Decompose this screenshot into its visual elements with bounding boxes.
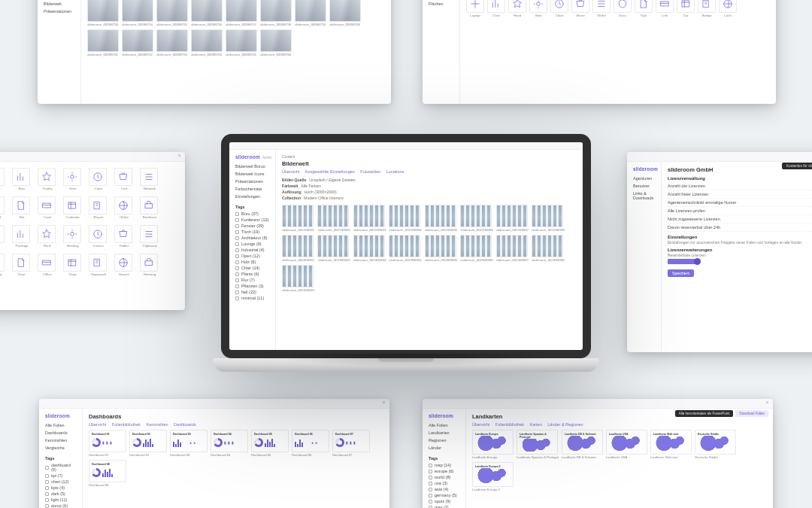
icon-tile[interactable]: File (12, 196, 32, 219)
icon-tile[interactable]: Drop (63, 254, 83, 276)
icon-tile[interactable]: Settings (0, 254, 6, 276)
sidebar-item[interactable]: Länder (429, 444, 459, 452)
checkbox-icon[interactable] (235, 230, 239, 234)
checkbox-icon[interactable] (45, 474, 49, 478)
icon-tile[interactable]: Task (635, 0, 653, 17)
folder-icon[interactable] (114, 225, 132, 243)
shield-icon[interactable] (0, 196, 5, 214)
filter-row[interactable]: Bilder-QuelleUnsplash / Eigene Dateien (282, 177, 577, 183)
tag-filter[interactable]: usa (3) (429, 480, 459, 486)
slide-tile[interactable]: Dashboard 05Dashboard 05 (251, 430, 289, 457)
tag-filter[interactable]: Flur (7) (235, 277, 269, 283)
checkbox-icon[interactable] (429, 482, 432, 485)
map-slide-tile[interactable]: Landkarte Welt weitLandkarte Welt weit (650, 430, 692, 459)
filter-row[interactable]: FarbweltAlle Farben (282, 183, 577, 189)
sidebar-item[interactable]: Alle Folien (429, 421, 459, 429)
icon-tile[interactable]: Briefcase (140, 196, 159, 219)
tag-filter[interactable]: Büro (37) (235, 211, 269, 217)
invoice-icon[interactable] (89, 225, 107, 243)
slide-tile[interactable]: Dashboard 01▮▮▮Dashboard 01 (89, 430, 126, 457)
checkbox-icon[interactable] (45, 480, 49, 484)
checkbox-icon[interactable] (235, 291, 239, 294)
icon-tile[interactable]: Clipboard (140, 225, 159, 248)
tag-filter[interactable]: light (11) (45, 497, 76, 503)
package-icon[interactable] (12, 225, 30, 243)
map-slide-tile[interactable]: Landkarte Spanien & PortugalLandkarte Sp… (517, 430, 559, 459)
checkbox-icon[interactable] (235, 272, 239, 276)
clipboard-icon[interactable] (140, 225, 158, 243)
thumbnail[interactable]: slideroom_002200004 (389, 205, 421, 232)
thumbnail[interactable]: slideroom_002300005 (425, 235, 457, 262)
thumbnail[interactable]: slideroom_002300004 (389, 235, 421, 262)
thumbnail-image[interactable] (282, 205, 314, 227)
thumbnail[interactable]: slideroom_00098761 (87, 29, 119, 56)
thumbnail[interactable]: slideroom_002200005 (425, 205, 457, 232)
checkbox-icon[interactable] (235, 266, 239, 270)
icon-tile[interactable]: Gear (63, 168, 83, 190)
checkbox-icon[interactable] (235, 254, 239, 258)
badge-icon[interactable] (698, 0, 716, 13)
thumbnail-image[interactable] (317, 205, 349, 227)
icon-tile[interactable]: Badge (698, 0, 716, 17)
link-icon[interactable] (656, 0, 674, 13)
door-icon[interactable] (12, 254, 30, 272)
thumbnail-image[interactable] (317, 235, 349, 257)
icon-tile[interactable]: Bars (12, 168, 32, 190)
thumbnail[interactable]: slideroom_002200008 (532, 205, 564, 232)
tag-filter[interactable]: Industrial (4) (235, 247, 269, 253)
save-button[interactable]: Speichern (668, 269, 694, 277)
thumbnail[interactable]: slideroom_00098764 (191, 29, 223, 56)
tag-filter[interactable]: Tisch (19) (235, 229, 269, 235)
tag-filter[interactable]: kpi (7) (45, 473, 76, 479)
chart-icon[interactable] (550, 0, 568, 13)
map-slide-tile[interactable]: Landkarte DE & SchweizLandkarte DE & Sch… (562, 430, 603, 459)
icon-tile[interactable]: Tag (0, 225, 6, 248)
icon-tile[interactable]: Bank (38, 225, 57, 248)
breadcrumb-item[interactable]: Übersicht (472, 422, 489, 427)
thumbnail-image[interactable] (122, 29, 153, 52)
tag-filter[interactable]: dots (7) (429, 504, 459, 508)
laptop-icon[interactable] (466, 0, 484, 13)
thumbnail-image[interactable] (191, 0, 223, 22)
thumbnail-image[interactable] (496, 205, 528, 227)
checkbox-icon[interactable] (235, 242, 239, 246)
sidebar-item[interactable]: Präsentationen (235, 178, 269, 185)
globe-icon[interactable] (114, 196, 132, 214)
gear-icon[interactable] (63, 168, 81, 186)
tag-filter[interactable]: Konferenz (12) (235, 217, 269, 223)
map-slide-tile[interactable]: Landkarte EuropaLandkarte Europa (472, 430, 514, 459)
slider-knob[interactable] (694, 258, 701, 265)
globe-icon[interactable] (592, 0, 611, 13)
slide-tile[interactable]: Dashboard 07▮▮▮Dashboard 07 (332, 430, 370, 457)
chart-icon[interactable] (0, 168, 5, 186)
tag-filter[interactable]: Open (12) (235, 253, 269, 259)
breadcrumb-item[interactable]: Folienbibliothek (489, 422, 524, 427)
thumbnail-image[interactable] (282, 265, 314, 287)
settings-icon[interactable] (0, 254, 5, 272)
thumbnail[interactable]: slideroom_002200002 (317, 205, 350, 232)
thumbnail[interactable]: slideroom_00098756 (191, 0, 223, 26)
tag-filter[interactable]: Architektur (8) (235, 235, 269, 241)
thumbnail-image[interactable] (460, 205, 492, 227)
map-slide-tile[interactable]: Deutsche StädteDeutsche Städte (695, 430, 736, 459)
cart-icon[interactable] (114, 168, 132, 186)
checkbox-icon[interactable] (235, 284, 239, 288)
thumbnail-image[interactable] (295, 0, 326, 22)
breadcrumb-item[interactable]: Folienbibliothek (106, 422, 141, 427)
thumbnail[interactable]: slideroom_002300003 (353, 235, 386, 262)
checkbox-icon[interactable] (429, 476, 432, 479)
checkbox-icon[interactable] (429, 488, 432, 491)
sidebar-item[interactable]: Einstellungen (235, 193, 269, 200)
icon-tile[interactable]: Office (38, 254, 57, 276)
docs-icon[interactable] (614, 0, 632, 13)
thumbnail-image[interactable] (353, 205, 385, 227)
thumbnail[interactable]: slideroom_00098766 (260, 29, 292, 56)
sidebar-item[interactable]: Kennzahlen (45, 437, 76, 444)
thumbnail-image[interactable] (460, 235, 492, 257)
breadcrumb-item[interactable]: Karten (524, 422, 542, 427)
sidebar-item[interactable]: Bilderwelt (44, 0, 74, 8)
chat-icon[interactable] (487, 0, 505, 13)
icon-tile[interactable]: Cart (114, 168, 134, 190)
tag-filter[interactable]: europe (6) (429, 468, 459, 474)
icon-tile[interactable]: Search (114, 254, 134, 276)
